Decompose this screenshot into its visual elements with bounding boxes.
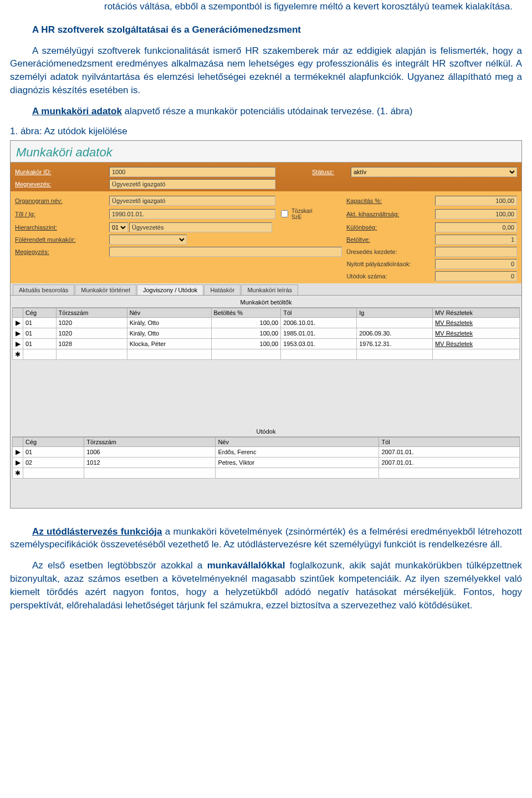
field-megnevezes[interactable] — [109, 179, 275, 189]
tab-3[interactable]: Hatáskör — [204, 284, 241, 295]
elseo-p2: munkavállalókkal — [207, 560, 285, 571]
elseo-p1: Az első esetben legtöbbször azokkal a — [32, 560, 207, 571]
grid1-header[interactable]: Ig — [357, 308, 433, 317]
grid1-header[interactable]: Törzsszám — [56, 308, 127, 317]
field-hier-code[interactable]: 01 — [109, 222, 128, 232]
table-row[interactable]: ▶011020Király, Otto100,001985.01.01.2006… — [13, 328, 520, 338]
label-munkakor-id: Munkakör ID: — [15, 169, 109, 175]
paragraph-main: A személyügyi szoftverek funkcionalitásá… — [10, 44, 522, 97]
grid2-header[interactable]: Cég — [23, 437, 84, 446]
field-kulonb[interactable] — [435, 222, 517, 232]
grid1-title: Munkakört betöltők — [12, 297, 520, 308]
grid2-title: Utódok — [12, 426, 520, 437]
app-window: Munkaköri adatok Munkakör ID: Státusz: a… — [10, 140, 522, 509]
label-kapacitas: Kapacitás %: — [346, 197, 435, 204]
grid1-header[interactable]: Cég — [23, 308, 57, 317]
field-kapacitas[interactable] — [435, 196, 517, 206]
field-statusz[interactable]: aktív — [351, 167, 517, 177]
grid1: CégTörzsszámNévBetöltés %TólIgMV Részlet… — [12, 308, 520, 360]
field-nyitott[interactable] — [435, 259, 517, 269]
grid2-header[interactable]: Törzsszám — [84, 437, 216, 446]
intro-paragraph: rotációs váltása, ebből a szempontból is… — [10, 0, 522, 13]
grid2: CégTörzsszámNévTól ▶011006Erdős, Ferenc2… — [12, 437, 520, 479]
field-hier-text[interactable] — [129, 222, 272, 232]
app-title: Munkaköri adatok — [11, 141, 521, 162]
munkakori-link: A munkaköri adatok — [32, 106, 122, 116]
checkbox-torzskari[interactable] — [281, 210, 288, 217]
field-munkakor-id[interactable] — [109, 167, 275, 177]
label-statusz: Státusz: — [312, 169, 351, 175]
munkakori-rest: alapvető része a munkakör potenciális ut… — [122, 106, 412, 116]
grid1-header[interactable]: MV Részletek — [433, 308, 520, 317]
grid2-header[interactable]: Név — [216, 437, 379, 446]
table-row[interactable]: ▶011028Klocka, Péter100,001953.03.01.197… — [13, 338, 520, 349]
label-akt-kih: Akt. kihasználtrság: — [346, 211, 435, 217]
tab-1[interactable]: Munkakör történet — [75, 284, 136, 295]
figure-caption: 1. ábra: Az utódok kijelölése — [10, 126, 522, 137]
label-utodok: Utódok száma: — [346, 273, 435, 279]
grid1-header[interactable]: Betöltés % — [211, 308, 281, 317]
field-utodok[interactable] — [435, 271, 517, 281]
tab-bar: Aktuális besorolásMunkakör történetJogvi… — [11, 283, 521, 296]
paragraph-utodlas: Az utódlástervezés funkciója a munkaköri… — [10, 525, 522, 552]
table-row-new[interactable]: ✱ — [13, 467, 520, 478]
label-torzskari: Tözskari SzE — [291, 208, 319, 220]
table-row[interactable]: ▶011006Erdős, Ferenc2007.01.01. — [13, 446, 520, 457]
label-tol-ig: Től / Ig: — [15, 211, 109, 217]
label-hierarchia: Hierarchiaszint: — [15, 224, 109, 231]
field-organogram[interactable] — [109, 196, 275, 206]
label-megjegy: Megjegyzés: — [15, 248, 109, 255]
field-uresedes[interactable] — [435, 247, 517, 257]
table-row[interactable]: ▶021012Petres, Viktor2007.01.01. — [13, 457, 520, 467]
utodlas-link: Az utódlástervezés funkciója — [32, 526, 162, 537]
field-megjegy[interactable] — [109, 247, 342, 257]
field-akt-kih[interactable] — [435, 209, 517, 219]
paragraph-elseo: Az első esetben legtöbbször azokkal a mu… — [10, 559, 522, 612]
label-foler: Fölérendelt munkakör: — [15, 236, 109, 243]
heading-hr-szoftverek: A HR szoftverek szolgáltatásai és a Gene… — [10, 23, 522, 37]
grid2-header[interactable]: Tól — [379, 437, 520, 446]
label-kulonb: Különbség: — [346, 224, 435, 231]
field-foler[interactable] — [109, 235, 187, 245]
grid1-header[interactable]: Név — [127, 308, 211, 317]
label-uresedes: Üresedés kezdete: — [346, 248, 435, 255]
label-nyitott: Nyitott pályázatkiírások: — [346, 261, 435, 267]
label-betoltve: Betöltve: — [346, 236, 435, 243]
field-tol[interactable] — [109, 209, 275, 219]
tab-0[interactable]: Aktuális besorolás — [13, 284, 74, 295]
table-row[interactable]: ▶011020Király, Otto100,002006.10.01.MV R… — [13, 317, 520, 328]
field-betoltve[interactable] — [435, 235, 517, 245]
grid1-header[interactable]: Tól — [281, 308, 357, 317]
tab-4[interactable]: Munkaköri leírás — [241, 284, 298, 295]
table-row-new[interactable]: ✱ — [13, 349, 520, 359]
grid-area-1: Munkakört betöltők CégTörzsszámNévBetölt… — [11, 296, 521, 508]
tab-2[interactable]: Jogviszony / Utódok — [137, 284, 203, 295]
paragraph-munkakori: A munkaköri adatok alapvető része a munk… — [10, 105, 522, 118]
label-organogram: Organogram név: — [15, 197, 109, 204]
label-megnevezes: Megnevezés: — [15, 181, 109, 187]
